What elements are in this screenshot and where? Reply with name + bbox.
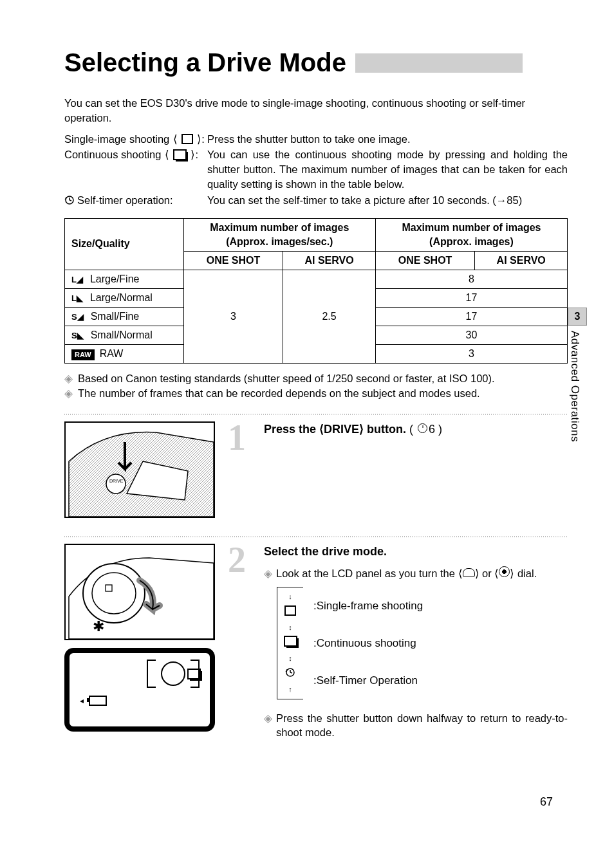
chapter-number: 3 <box>568 308 587 326</box>
row-large-fine: L◢Large/Fine <box>65 270 184 288</box>
svg-point-2 <box>106 474 126 494</box>
opt-timer: :Self-Timer Operation <box>313 673 423 688</box>
th-aiservo-1: AI SERVO <box>283 251 376 270</box>
main-dial-icon <box>463 568 475 577</box>
svg-text:✱: ✱ <box>93 618 104 634</box>
cell-max-0: 8 <box>375 270 567 288</box>
single-mode-desc: Press the shutter button to take one ima… <box>207 132 568 147</box>
drive-mode-options: ↓ ↕ ↕ ↑ :Single-frame shooting :Continuo… <box>277 587 568 699</box>
step-number-2: 2 <box>228 544 254 576</box>
svg-text:DRIVE: DRIVE <box>109 479 124 483</box>
step-number-1: 1 <box>228 421 254 454</box>
divider <box>64 414 568 415</box>
table-notes: ◈Based on Canon testing standards (shutt… <box>64 371 568 401</box>
th-oneshot-2: ONE SHOT <box>375 251 475 270</box>
row-small-normal: S◣Small/Normal <box>65 326 184 345</box>
illustration-dial: ✱ <box>64 544 215 640</box>
single-frame-icon-2 <box>284 605 296 616</box>
th-oneshot-1: ONE SHOT <box>183 251 283 270</box>
step2-line1: ◈ Look at the LCD panel as you turn the … <box>264 566 568 581</box>
spec-table: Size/Quality Maximum number of images (A… <box>64 218 568 364</box>
single-mode-label: Single-image shooting ⟨⟩: <box>64 132 207 147</box>
note-0: Based on Canon testing standards (shutte… <box>78 371 495 386</box>
divider-2 <box>64 536 568 537</box>
step1-heading: Press the ⟨DRIVE⟩ button. ( 6 ) <box>264 421 568 438</box>
row-small-fine: S◢Small/Fine <box>65 307 184 326</box>
single-frame-icon <box>181 134 193 144</box>
continuous-mode-label: Continuous shooting ⟨⟩: <box>64 147 207 162</box>
battery-icon <box>89 696 107 706</box>
page-number: 67 <box>540 794 553 810</box>
cell-max-3: 30 <box>375 326 567 345</box>
continuous-mode-desc: You can use the continuous shooting mode… <box>207 147 568 191</box>
th-aiservo-2: AI SERVO <box>475 251 568 270</box>
illustration-drive-button: DRIVE <box>64 421 215 518</box>
qc-dial-icon <box>499 566 510 577</box>
svg-point-6 <box>92 573 136 614</box>
step2-return: ◈ Press the shutter button down halfway … <box>264 711 568 741</box>
intro-text: You can set the EOS D30's drive mode to … <box>64 96 568 125</box>
cell-max-1: 17 <box>375 288 567 307</box>
cell-max-4: 3 <box>375 345 567 364</box>
step2-heading: Select the drive mode. <box>264 544 568 560</box>
illustration-lcd: ◂ <box>64 648 215 732</box>
cell-aiservo-fps: 2.5 <box>283 270 376 363</box>
th-max-sec: Maximum number of images (Approx. images… <box>183 218 375 251</box>
timer-mode-label: Self-timer operation: <box>64 193 207 208</box>
timer-mode-desc: You can set the self-timer to take a pic… <box>207 193 568 208</box>
row-raw: RAWRAW <box>65 345 184 364</box>
clock-icon <box>418 423 427 433</box>
mode-definitions: Single-image shooting ⟨⟩: Press the shut… <box>64 132 568 208</box>
continuous-icon-lcd <box>187 669 201 679</box>
th-max-img: Maximum number of images (Approx. images… <box>375 218 567 251</box>
chapter-tab: 3 Advanced Operations <box>568 308 587 442</box>
self-timer-icon <box>64 195 75 205</box>
continuous-icon-2 <box>284 636 297 647</box>
chapter-label: Advanced Operations <box>568 331 582 442</box>
th-size: Size/Quality <box>65 218 184 270</box>
cell-max-2: 17 <box>375 307 567 326</box>
cell-oneshot-fps: 3 <box>183 270 283 363</box>
row-large-normal: L◣Large/Normal <box>65 288 184 307</box>
opt-single: :Single-frame shooting <box>313 598 423 613</box>
note-1: The number of frames that can be recorde… <box>78 386 480 401</box>
continuous-icon <box>173 149 187 160</box>
self-timer-icon-2 <box>285 667 295 678</box>
title-stripe <box>355 53 523 73</box>
page-title: Selecting a Drive Mode <box>64 45 568 80</box>
opt-continuous: :Continuous shooting <box>313 636 423 651</box>
